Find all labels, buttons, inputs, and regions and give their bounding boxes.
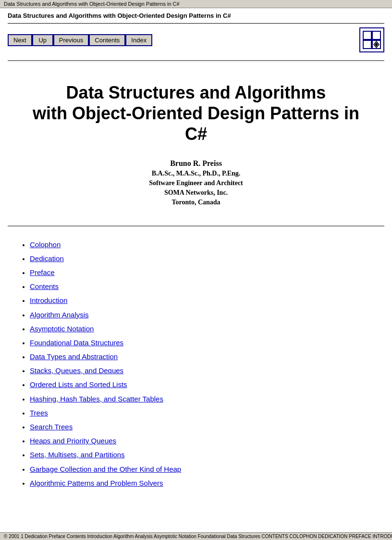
- list-item: Introduction: [30, 294, 377, 307]
- list-item: Heaps and Priority Queues: [30, 434, 377, 447]
- list-item: Ordered Lists and Sorted Lists: [30, 378, 377, 391]
- book-title: Data Structures and Algorithms with Obje…: [27, 82, 365, 145]
- svg-rect-1: [372, 31, 380, 39]
- list-item: Colophon: [30, 238, 377, 251]
- up-button[interactable]: Up: [32, 34, 53, 46]
- list-item: Hashing, Hash Tables, and Scatter Tables: [30, 392, 377, 405]
- page-title: Data Structures and Algorithms with Obje…: [8, 12, 384, 19]
- list-item: Sets, Multisets, and Partitions: [30, 448, 377, 461]
- svg-rect-2: [363, 40, 371, 49]
- nav-toolbar: Next Up Previous Contents Index: [8, 27, 384, 52]
- toc-link-introduction[interactable]: Introduction: [30, 296, 67, 304]
- toc-link-dedication[interactable]: Dedication: [30, 254, 64, 263]
- author-section: Bruno R. Preiss B.A.Sc., M.A.Sc., Ph.D.,…: [27, 159, 365, 206]
- list-item: Stacks, Queues, and Deques: [30, 364, 377, 377]
- author-credentials: B.A.Sc., M.A.Sc., Ph.D., P.Eng.: [27, 170, 365, 177]
- list-item: Garbage Collection and the Other Kind of…: [30, 463, 377, 476]
- toc-list: Colophon Dedication Preface Contents Int…: [15, 238, 377, 490]
- list-item: Dedication: [30, 252, 377, 265]
- browser-tab-bar: Data Structures and Algorithms with Obje…: [0, 0, 392, 8]
- author-name: Bruno R. Preiss: [27, 159, 365, 168]
- toc-link-data-types-abstraction[interactable]: Data Types and Abstraction: [30, 352, 118, 361]
- author-location: Toronto, Canada: [27, 199, 365, 206]
- author-title: Software Engineer and Architect: [27, 179, 365, 187]
- list-item: Trees: [30, 406, 377, 419]
- toc-link-hashing[interactable]: Hashing, Hash Tables, and Scatter Tables: [30, 395, 163, 403]
- toc-link-garbage-collection[interactable]: Garbage Collection and the Other Kind of…: [30, 465, 181, 473]
- toc-link-sets-multisets-partitions[interactable]: Sets, Multisets, and Partitions: [30, 451, 125, 459]
- toc-divider: [8, 226, 384, 226]
- toc-link-contents[interactable]: Contents: [30, 282, 59, 290]
- list-item: Contents: [30, 280, 377, 293]
- list-item: Foundational Data Structures: [30, 336, 377, 349]
- list-item: Search Trees: [30, 420, 377, 433]
- toc-link-heaps-priority-queues[interactable]: Heaps and Priority Queues: [30, 437, 116, 445]
- toc-link-algorithmic-patterns[interactable]: Algorithmic Patterns and Problem Solvers: [30, 479, 163, 487]
- next-button[interactable]: Next: [8, 34, 32, 46]
- toc-link-asymptotic-notation[interactable]: Asymptotic Notation: [30, 325, 94, 333]
- nav-icon[interactable]: [359, 27, 384, 52]
- list-item: Data Types and Abstraction: [30, 350, 377, 363]
- list-item: Preface: [30, 266, 377, 279]
- toc-link-foundational-data-structures[interactable]: Foundational Data Structures: [30, 339, 123, 347]
- previous-button[interactable]: Previous: [53, 34, 89, 46]
- toc-link-algorithm-analysis[interactable]: Algorithm Analysis: [30, 311, 89, 319]
- list-item: Algorithmic Patterns and Problem Solvers: [30, 477, 377, 490]
- book-cover: Data Structures and Algorithms with Obje…: [8, 73, 384, 206]
- toc-section: Colophon Dedication Preface Contents Int…: [8, 238, 384, 490]
- toc-link-preface[interactable]: Preface: [30, 268, 55, 276]
- author-company: SOMA Networks, Inc.: [27, 189, 365, 197]
- toc-link-ordered-sorted-lists[interactable]: Ordered Lists and Sorted Lists: [30, 380, 127, 389]
- list-item: Algorithm Analysis: [30, 308, 377, 321]
- contents-button[interactable]: Contents: [89, 34, 125, 46]
- main-divider: [8, 60, 384, 61]
- svg-rect-0: [363, 31, 371, 39]
- toc-link-trees[interactable]: Trees: [30, 409, 48, 417]
- toc-link-colophon[interactable]: Colophon: [30, 240, 61, 249]
- index-button[interactable]: Index: [125, 34, 152, 46]
- list-item: Asymptotic Notation: [30, 322, 377, 335]
- tab-label: Data Structures and Algorithms with Obje…: [4, 1, 180, 7]
- header-divider: [8, 23, 384, 24]
- toc-link-search-trees[interactable]: Search Trees: [30, 423, 73, 431]
- footer-bar: © 2001 1 Dedication Preface Contents Int…: [0, 532, 392, 540]
- toc-link-stacks-queues-deques[interactable]: Stacks, Queues, and Deques: [30, 366, 123, 375]
